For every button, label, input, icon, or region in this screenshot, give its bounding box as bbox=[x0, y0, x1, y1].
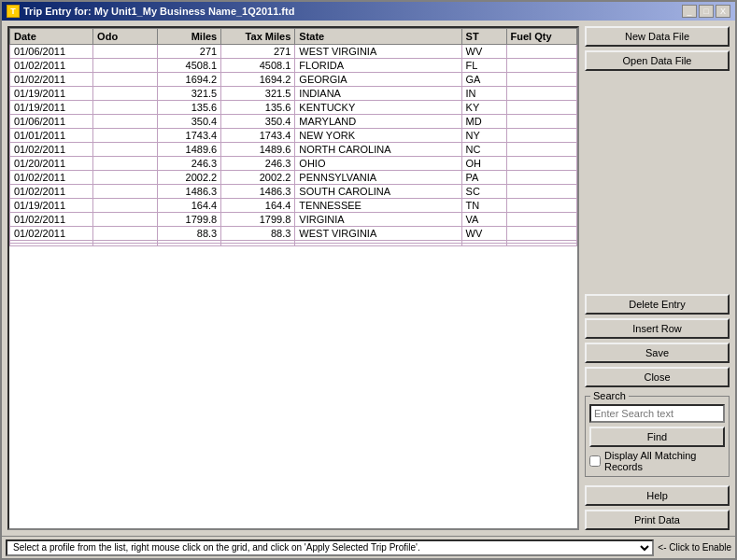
table-row[interactable]: 01/19/2011321.5321.5INDIANAIN bbox=[10, 87, 577, 101]
close-button[interactable]: Close bbox=[585, 367, 730, 387]
cell-date[interactable]: 01/19/2011 bbox=[10, 101, 93, 115]
cell-st[interactable] bbox=[461, 244, 506, 246]
table-row[interactable]: 01/02/20111489.61489.6NORTH CAROLINANC bbox=[10, 143, 577, 157]
cell-st[interactable]: WV bbox=[461, 227, 506, 241]
table-row[interactable]: 01/19/2011135.6135.6KENTUCKYKY bbox=[10, 101, 577, 115]
cell-state[interactable]: PENNSYLVANIA bbox=[295, 171, 461, 185]
cell-st[interactable]: VA bbox=[461, 213, 506, 227]
cell-state[interactable]: NORTH CAROLINA bbox=[295, 143, 461, 157]
cell-odo[interactable] bbox=[93, 157, 158, 171]
cell-fuel[interactable] bbox=[506, 227, 576, 241]
cell-st[interactable]: TN bbox=[461, 199, 506, 213]
table-row[interactable]: 01/02/20114508.14508.1FLORIDAFL bbox=[10, 59, 577, 73]
cell-st[interactable]: OH bbox=[461, 157, 506, 171]
cell-odo[interactable] bbox=[93, 244, 158, 246]
cell-odo[interactable] bbox=[93, 101, 158, 115]
cell-tax-miles[interactable]: 321.5 bbox=[221, 87, 295, 101]
cell-st[interactable]: WV bbox=[461, 45, 506, 59]
cell-st[interactable]: IN bbox=[461, 87, 506, 101]
cell-state[interactable]: WEST VIRGINIA bbox=[295, 45, 461, 59]
cell-st[interactable]: KY bbox=[461, 101, 506, 115]
cell-date[interactable]: 01/02/2011 bbox=[10, 59, 93, 73]
cell-fuel[interactable] bbox=[506, 213, 576, 227]
cell-state[interactable]: MARYLAND bbox=[295, 115, 461, 129]
cell-fuel[interactable] bbox=[506, 73, 576, 87]
cell-state[interactable]: GEORGIA bbox=[295, 73, 461, 87]
table-row[interactable]: 01/02/20111486.31486.3SOUTH CAROLINASC bbox=[10, 185, 577, 199]
cell-tax-miles[interactable]: 1799.8 bbox=[221, 213, 295, 227]
table-row[interactable]: 01/02/20111694.21694.2GEORGIAGA bbox=[10, 73, 577, 87]
cell-date[interactable]: 01/02/2011 bbox=[10, 213, 93, 227]
cell-date[interactable]: 01/19/2011 bbox=[10, 87, 93, 101]
cell-fuel[interactable] bbox=[506, 199, 576, 213]
cell-tax-miles[interactable]: 4508.1 bbox=[221, 59, 295, 73]
new-data-file-button[interactable]: New Data File bbox=[585, 26, 730, 47]
table-row[interactable]: 01/06/2011271271WEST VIRGINIAWV bbox=[10, 45, 577, 59]
cell-fuel[interactable] bbox=[506, 143, 576, 157]
cell-tax-miles[interactable]: 1743.4 bbox=[221, 129, 295, 143]
cell-date[interactable]: 01/02/2011 bbox=[10, 171, 93, 185]
cell-miles[interactable]: 246.3 bbox=[157, 157, 221, 171]
cell-date[interactable]: 01/19/2011 bbox=[10, 199, 93, 213]
cell-date[interactable]: 01/20/2011 bbox=[10, 157, 93, 171]
cell-date[interactable]: 01/02/2011 bbox=[10, 185, 93, 199]
cell-st[interactable]: GA bbox=[461, 73, 506, 87]
cell-miles[interactable]: 88.3 bbox=[157, 227, 221, 241]
cell-state[interactable]: WEST VIRGINIA bbox=[295, 227, 461, 241]
cell-tax-miles[interactable]: 135.6 bbox=[221, 101, 295, 115]
cell-st[interactable]: FL bbox=[461, 59, 506, 73]
cell-tax-miles[interactable]: 1489.6 bbox=[221, 143, 295, 157]
cell-state[interactable]: NEW YORK bbox=[295, 129, 461, 143]
cell-st[interactable]: PA bbox=[461, 171, 506, 185]
cell-tax-miles[interactable]: 2002.2 bbox=[221, 171, 295, 185]
cell-state[interactable]: OHIO bbox=[295, 157, 461, 171]
cell-state[interactable] bbox=[295, 244, 461, 246]
cell-state[interactable]: KENTUCKY bbox=[295, 101, 461, 115]
cell-miles[interactable]: 135.6 bbox=[157, 101, 221, 115]
cell-odo[interactable] bbox=[93, 45, 158, 59]
save-button[interactable]: Save bbox=[585, 343, 730, 363]
cell-tax-miles[interactable] bbox=[221, 244, 295, 246]
cell-tax-miles[interactable]: 246.3 bbox=[221, 157, 295, 171]
cell-st[interactable]: NC bbox=[461, 143, 506, 157]
delete-entry-button[interactable]: Delete Entry bbox=[585, 294, 730, 315]
table-row[interactable]: 01/02/201188.388.3WEST VIRGINIAWV bbox=[10, 227, 577, 241]
open-data-file-button[interactable]: Open Data File bbox=[585, 50, 730, 71]
cell-fuel[interactable] bbox=[506, 244, 576, 246]
cell-state[interactable]: FLORIDA bbox=[295, 59, 461, 73]
cell-miles[interactable]: 321.5 bbox=[157, 87, 221, 101]
table-row[interactable]: 01/02/20112002.22002.2PENNSYLVANIAPA bbox=[10, 171, 577, 185]
cell-st[interactable]: NY bbox=[461, 129, 506, 143]
cell-miles[interactable]: 164.4 bbox=[157, 199, 221, 213]
cell-state[interactable]: TENNESSEE bbox=[295, 199, 461, 213]
cell-st[interactable]: SC bbox=[461, 185, 506, 199]
cell-state[interactable]: VIRGINIA bbox=[295, 213, 461, 227]
cell-tax-miles[interactable]: 88.3 bbox=[221, 227, 295, 241]
cell-miles[interactable]: 1694.2 bbox=[157, 73, 221, 87]
cell-odo[interactable] bbox=[93, 115, 158, 129]
cell-fuel[interactable] bbox=[506, 87, 576, 101]
cell-state[interactable]: INDIANA bbox=[295, 87, 461, 101]
profile-dropdown[interactable]: Select a profile from the list, right mo… bbox=[6, 539, 654, 556]
cell-odo[interactable] bbox=[93, 87, 158, 101]
print-data-button[interactable]: Print Data bbox=[585, 510, 730, 530]
close-window-button[interactable]: X bbox=[716, 5, 730, 18]
cell-odo[interactable] bbox=[93, 185, 158, 199]
cell-date[interactable]: 01/01/2011 bbox=[10, 129, 93, 143]
cell-miles[interactable]: 1799.8 bbox=[157, 213, 221, 227]
cell-miles[interactable]: 1486.3 bbox=[157, 185, 221, 199]
cell-date[interactable]: 01/06/2011 bbox=[10, 45, 93, 59]
find-button[interactable]: Find bbox=[589, 427, 725, 447]
maximize-button[interactable]: □ bbox=[699, 5, 714, 18]
cell-fuel[interactable] bbox=[506, 115, 576, 129]
cell-miles[interactable]: 4508.1 bbox=[157, 59, 221, 73]
cell-state[interactable]: SOUTH CAROLINA bbox=[295, 185, 461, 199]
table-row[interactable]: 01/19/2011164.4164.4TENNESSEETN bbox=[10, 199, 577, 213]
cell-fuel[interactable] bbox=[506, 101, 576, 115]
cell-fuel[interactable] bbox=[506, 171, 576, 185]
help-button[interactable]: Help bbox=[585, 485, 730, 506]
cell-odo[interactable] bbox=[93, 129, 158, 143]
cell-date[interactable] bbox=[10, 244, 93, 246]
cell-fuel[interactable] bbox=[506, 45, 576, 59]
cell-tax-miles[interactable]: 271 bbox=[221, 45, 295, 59]
